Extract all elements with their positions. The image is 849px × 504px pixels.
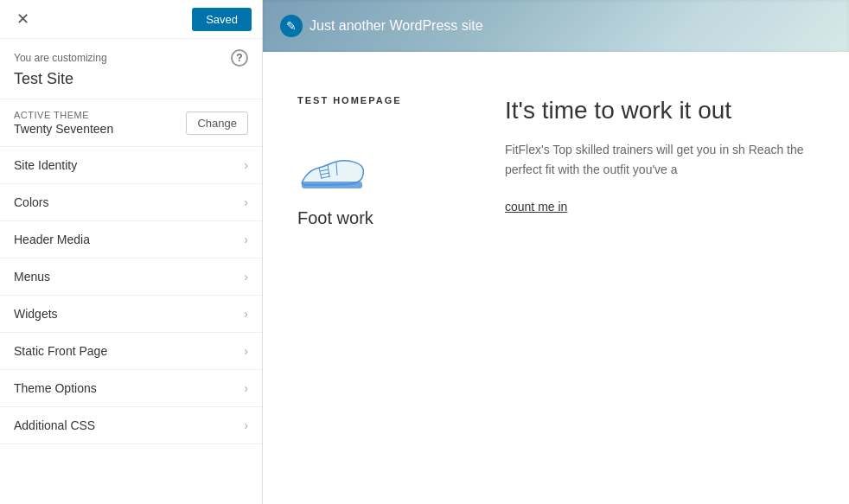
active-theme-label: Active theme (14, 110, 113, 120)
chevron-right-icon: › (244, 233, 248, 246)
change-theme-button[interactable]: Change (186, 112, 248, 135)
preview-header: ✎ Just another WordPress site (263, 0, 849, 52)
chevron-right-icon: › (244, 158, 248, 172)
active-theme-info: Active theme Twenty Seventeen (14, 110, 113, 136)
menu-list: Site Identity › Colors › Header Media › … (0, 147, 262, 504)
menu-item-theme-options[interactable]: Theme Options › (0, 370, 262, 407)
site-tagline-text: Just another WordPress site (310, 18, 483, 34)
chevron-right-icon: › (244, 418, 248, 432)
cta-link[interactable]: count me in (505, 200, 823, 214)
menu-item-additional-css[interactable]: Additional CSS › (0, 407, 262, 444)
customizer-panel: ✕ Saved You are customizing ? Test Site … (0, 0, 263, 504)
menu-item-static-front-page[interactable]: Static Front Page › (0, 333, 262, 370)
chevron-right-icon: › (244, 270, 248, 284)
saved-button[interactable]: Saved (192, 8, 252, 31)
svg-rect-0 (302, 182, 362, 188)
headline: It's time to work it out (505, 95, 823, 126)
site-tagline: ✎ Just another WordPress site (280, 15, 483, 37)
chevron-right-icon: › (244, 381, 248, 395)
active-theme-name: Twenty Seventeen (14, 122, 113, 136)
top-bar: ✕ Saved (0, 0, 262, 39)
subtext: FitFlex's Top skilled trainers will get … (505, 140, 823, 179)
close-button[interactable]: ✕ (10, 7, 35, 31)
content-left: TEST HOMEPAGE Foot wo (263, 52, 488, 504)
foot-work-label: Foot work (297, 208, 373, 228)
menu-item-header-media[interactable]: Header Media › (0, 221, 262, 258)
preview-content: TEST HOMEPAGE Foot wo (263, 52, 849, 504)
menu-item-site-identity[interactable]: Site Identity › (0, 147, 262, 184)
chevron-right-icon: › (244, 344, 248, 358)
menu-item-colors[interactable]: Colors › (0, 184, 262, 221)
menu-item-menus[interactable]: Menus › (0, 258, 262, 296)
active-theme-section: Active theme Twenty Seventeen Change (0, 99, 262, 147)
content-right: It's time to work it out FitFlex's Top s… (488, 52, 849, 504)
preview-panel: ✎ Just another WordPress site TEST HOMEP… (263, 0, 849, 504)
help-icon[interactable]: ? (231, 49, 248, 67)
chevron-right-icon: › (244, 195, 248, 209)
shoe-icon (297, 149, 367, 200)
homepage-label: TEST HOMEPAGE (297, 95, 402, 105)
customizing-label-row: You are customizing ? (14, 49, 248, 67)
chevron-right-icon: › (244, 307, 248, 321)
site-name: Test Site (14, 70, 248, 88)
customizing-section: You are customizing ? Test Site (0, 39, 262, 99)
customizing-text: You are customizing (14, 52, 107, 64)
site-logo-icon: ✎ (280, 15, 303, 37)
menu-item-widgets[interactable]: Widgets › (0, 296, 262, 333)
